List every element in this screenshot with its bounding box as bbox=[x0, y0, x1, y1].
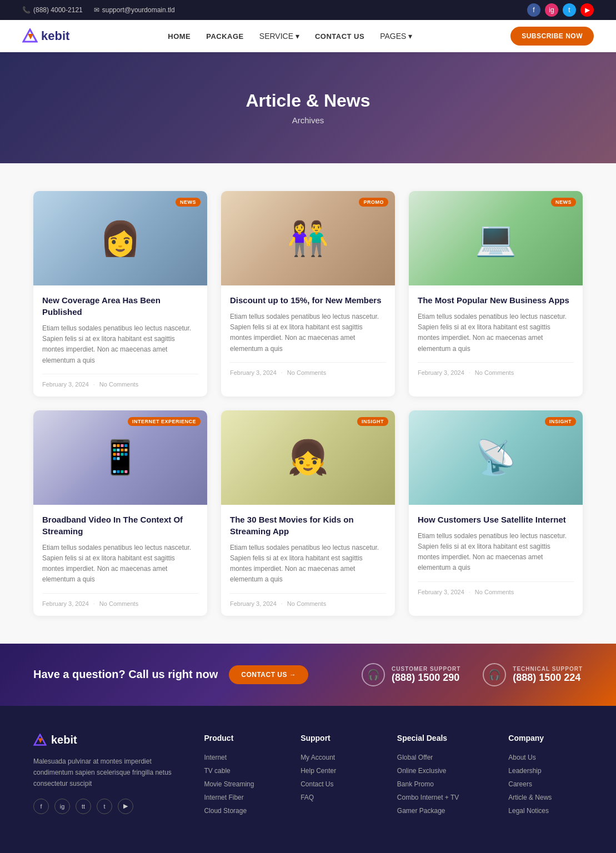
twitter-icon[interactable]: t bbox=[563, 3, 576, 17]
article-date: February 3, 2024 bbox=[230, 600, 277, 607]
footer-col-title: Product bbox=[204, 734, 278, 742]
main-nav: HOME PACKAGE SERVICE ▾ CONTACT US PAGES … bbox=[168, 32, 412, 41]
hero-subtitle: Archives bbox=[246, 116, 370, 125]
footer-link[interactable]: TV cable bbox=[204, 767, 230, 775]
footer-brand-desc: Malesuada pulvinar at montes imperdiet c… bbox=[33, 756, 182, 790]
article-content: How Customers Use Satellite Internet Eti… bbox=[409, 505, 583, 604]
cta-banner: Have a question? Call us right now CONTA… bbox=[0, 644, 616, 706]
footer-col-title: Support bbox=[301, 734, 375, 742]
logo[interactable]: kebit bbox=[22, 28, 69, 44]
phone-info: 📞 (888) 4000-2121 bbox=[22, 6, 83, 14]
footer-instagram-icon[interactable]: ig bbox=[54, 799, 70, 814]
article-title[interactable]: Broadband Video In The Context Of Stream… bbox=[42, 514, 198, 537]
article-title[interactable]: The 30 Best Movies for Kids on Streaming… bbox=[230, 514, 386, 537]
article-date: February 3, 2024 bbox=[418, 589, 464, 595]
facebook-icon[interactable]: f bbox=[527, 3, 540, 17]
footer-link[interactable]: FAQ bbox=[301, 794, 314, 801]
footer-logo-wrap: kebit bbox=[33, 734, 182, 747]
footer-link[interactable]: Gamer Package bbox=[397, 807, 445, 815]
customer-support-text: CUSTOMER SUPPORT (888) 1500 290 bbox=[392, 666, 460, 684]
footer-link[interactable]: Movie Streaming bbox=[204, 780, 254, 788]
footer-youtube-icon[interactable]: ▶ bbox=[118, 799, 133, 814]
nav-package[interactable]: PACKAGE bbox=[206, 32, 244, 41]
email-info: ✉ support@yourdomain.tld bbox=[94, 6, 175, 14]
article-badge: NEWS bbox=[176, 198, 201, 207]
footer-facebook-icon[interactable]: f bbox=[33, 799, 49, 814]
article-title[interactable]: How Customers Use Satellite Internet bbox=[418, 514, 574, 525]
footer-link[interactable]: Careers bbox=[508, 780, 532, 788]
article-meta: February 3, 2024 · No Comments bbox=[42, 593, 198, 607]
footer-logo-icon bbox=[33, 734, 47, 747]
footer-col-company: CompanyAbout UsLeadershipCareersArticle … bbox=[508, 734, 583, 819]
footer-link[interactable]: My Account bbox=[301, 754, 335, 761]
footer-link[interactable]: Article & News bbox=[508, 794, 552, 801]
svg-marker-3 bbox=[38, 738, 43, 743]
article-badge: NEWS bbox=[551, 198, 576, 207]
article-date: February 3, 2024 bbox=[418, 369, 464, 376]
footer-brand-name: kebit bbox=[51, 734, 77, 746]
article-title[interactable]: The Most Popular New Business Apps bbox=[418, 294, 574, 306]
footer-link[interactable]: Leadership bbox=[508, 767, 541, 775]
article-date: February 3, 2024 bbox=[42, 381, 89, 388]
technical-support-text: TECHNICAL SUPPORT (888) 1500 224 bbox=[513, 666, 583, 684]
logo-icon bbox=[22, 28, 38, 44]
article-content: The Most Popular New Business Apps Etiam… bbox=[409, 285, 583, 385]
footer-col-product: ProductInternetTV cableMovie StreamingIn… bbox=[204, 734, 278, 819]
footer-link[interactable]: Online Exclusive bbox=[397, 767, 447, 775]
article-card: 👫 PROMO Discount up to 15%, for New Memb… bbox=[221, 191, 395, 397]
article-title[interactable]: New Coverage Area Has Been Published bbox=[42, 294, 198, 318]
phone-icon: 📞 bbox=[22, 6, 31, 14]
article-excerpt: Etiam tellus sodales penatibus leo lectu… bbox=[418, 531, 574, 574]
technical-support-number: (888) 1500 224 bbox=[513, 672, 583, 684]
logo-text: kebit bbox=[41, 29, 69, 43]
article-title[interactable]: Discount up to 15%, for New Members bbox=[230, 294, 386, 306]
article-content: Broadband Video In The Context Of Stream… bbox=[33, 505, 207, 616]
footer-grid: kebit Malesuada pulvinar at montes imper… bbox=[33, 734, 583, 819]
article-excerpt: Etiam tellus sodales penatibus leo lectu… bbox=[230, 543, 386, 585]
hero-content: Article & News Archives bbox=[246, 91, 370, 125]
article-content: The 30 Best Movies for Kids on Streaming… bbox=[221, 505, 395, 616]
article-image-wrap: 👫 PROMO bbox=[221, 191, 395, 285]
email-address: support@yourdomain.tld bbox=[102, 6, 175, 14]
footer-link[interactable]: Combo Internet + TV bbox=[397, 794, 459, 801]
meta-separator: · bbox=[281, 369, 283, 376]
phone-number: (888) 4000-2121 bbox=[33, 6, 83, 14]
nav-service[interactable]: SERVICE ▾ bbox=[259, 32, 299, 41]
article-meta: February 3, 2024 · No Comments bbox=[230, 593, 386, 607]
article-badge: INSIGHT bbox=[357, 417, 388, 426]
footer: kebit Malesuada pulvinar at montes imper… bbox=[0, 706, 616, 854]
footer-link[interactable]: Help Center bbox=[301, 767, 336, 775]
article-card: 📱 INTERNET EXPERIENCE Broadband Video In… bbox=[33, 410, 207, 616]
nav-pages[interactable]: PAGES ▾ bbox=[380, 32, 412, 41]
meta-separator: · bbox=[93, 381, 95, 388]
article-meta: February 3, 2024 · No Comments bbox=[418, 581, 574, 595]
technical-support: 🎧 TECHNICAL SUPPORT (888) 1500 224 bbox=[483, 663, 583, 686]
footer-link[interactable]: About Us bbox=[508, 754, 535, 761]
footer-link[interactable]: Bank Promo bbox=[397, 780, 434, 788]
contact-us-button[interactable]: CONTACT US → bbox=[229, 665, 308, 684]
customer-support: 🎧 CUSTOMER SUPPORT (888) 1500 290 bbox=[362, 663, 460, 686]
instagram-icon[interactable]: ig bbox=[545, 3, 558, 17]
footer-twitter-icon[interactable]: t bbox=[97, 799, 112, 814]
footer-link[interactable]: Global Offer bbox=[397, 754, 433, 761]
subscribe-button[interactable]: SUBSCRIBE NOW bbox=[510, 27, 594, 46]
footer-link[interactable]: Internet Fiber bbox=[204, 794, 243, 801]
headset-icon: 🎧 bbox=[362, 663, 385, 686]
articles-section: 👩 NEWS New Coverage Area Has Been Publis… bbox=[0, 163, 616, 644]
hero-title: Article & News bbox=[246, 91, 370, 111]
youtube-icon[interactable]: ▶ bbox=[580, 3, 594, 17]
meta-separator: · bbox=[281, 600, 283, 607]
top-bar: 📞 (888) 4000-2121 ✉ support@yourdomain.t… bbox=[0, 0, 616, 20]
article-image-wrap: 💻 NEWS bbox=[409, 191, 583, 285]
nav-home[interactable]: HOME bbox=[168, 32, 191, 41]
meta-separator: · bbox=[469, 369, 470, 376]
footer-link[interactable]: Contact Us bbox=[301, 780, 333, 788]
nav-contact[interactable]: CONTACT US bbox=[315, 32, 364, 41]
cta-text: Have a question? Call us right now bbox=[33, 668, 218, 681]
footer-link[interactable]: Cloud Storage bbox=[204, 807, 247, 815]
article-image-wrap: 📱 INTERNET EXPERIENCE bbox=[33, 410, 207, 505]
footer-tiktok-icon[interactable]: tt bbox=[76, 799, 91, 814]
customer-support-label: CUSTOMER SUPPORT bbox=[392, 666, 460, 672]
footer-link[interactable]: Internet bbox=[204, 754, 227, 761]
footer-link[interactable]: Legal Notices bbox=[508, 807, 549, 815]
